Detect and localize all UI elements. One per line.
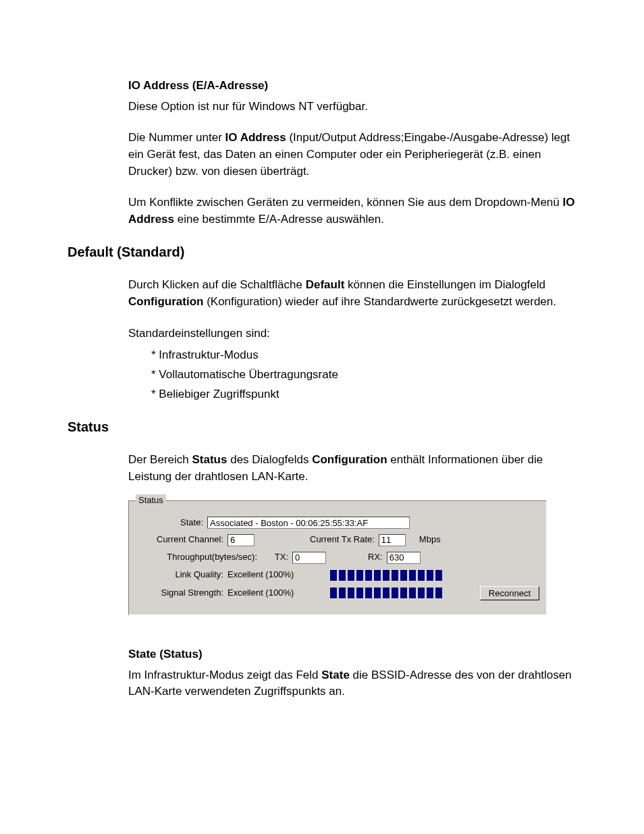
link-quality-meter	[330, 570, 442, 581]
current-tx-rate-field[interactable]	[379, 534, 406, 546]
current-channel-label: Current Channel:	[136, 533, 223, 546]
text: Durch Klicken auf die Schaltfläche	[128, 278, 306, 291]
signal-strength-row: Signal Strength: Excellent (100%) Reconn…	[136, 586, 539, 600]
signal-strength-meter	[330, 588, 442, 598]
text: (Konfiguration) wieder auf ihre Standard…	[203, 295, 556, 308]
state-desc-section: State (Status) Im Infrastruktur-Modus ze…	[128, 646, 576, 700]
state-label: State:	[136, 517, 203, 529]
default-bold: Default	[306, 278, 345, 291]
link-quality-label: Link Quality:	[136, 569, 223, 581]
io-address-section: IO Address (E/A-Adresse) Diese Option is…	[128, 78, 576, 228]
text: Der Bereich	[128, 453, 192, 466]
state-desc-p1: Im Infrastruktur-Modus zeigt das Feld St…	[128, 667, 576, 700]
configuration-bold: Configuration	[312, 453, 387, 466]
current-tx-rate-label: Current Tx Rate:	[310, 533, 375, 546]
rx-label: RX:	[368, 551, 383, 564]
bullet-item: * Vollautomatische Übertragungsrate	[151, 367, 576, 384]
default-p1: Durch Klicken auf die Schaltfläche Defau…	[128, 277, 576, 310]
status-intro: Der Bereich Status des Dialogfelds Confi…	[128, 452, 576, 485]
tx-label: TX:	[261, 551, 288, 564]
status-bold: Status	[192, 453, 227, 466]
signal-strength-value: Excellent (100%)	[227, 587, 302, 600]
tx-field[interactable]	[292, 552, 326, 564]
default-bullets: * Infrastruktur-Modus * Vollautomatische…	[128, 347, 576, 402]
status-section: Der Bereich Status des Dialogfelds Confi…	[128, 452, 576, 485]
link-quality-row: Link Quality: Excellent (100%)	[136, 569, 539, 581]
state-bold: State	[321, 669, 350, 681]
text: Die Nummer unter	[128, 131, 225, 144]
text: können die Einstellungen im Dialogfeld	[344, 278, 545, 291]
default-heading: Default (Standard)	[68, 242, 576, 262]
io-address-p3: Um Konflikte zwischen Geräten zu vermeid…	[128, 194, 576, 228]
text: eine bestimmte E/A-Adresse auswählen.	[174, 213, 384, 226]
bullet-item: * Beliebiger Zugriffspunkt	[151, 386, 576, 403]
io-address-p2: Die Nummer unter IO Address (Input/Outpu…	[128, 130, 576, 180]
throughput-label: Throughput(bytes/sec):	[136, 551, 257, 564]
io-address-title: IO Address (E/A-Adresse)	[128, 78, 576, 95]
text: des Dialogfelds	[227, 453, 312, 466]
mbps-label: Mbps	[419, 533, 441, 546]
reconnect-button[interactable]: Reconnect	[480, 586, 539, 600]
status-groupbox: Status State: Current Channel: Current T…	[128, 500, 547, 615]
signal-strength-label: Signal Strength:	[136, 587, 223, 600]
io-address-p1: Diese Option ist nur für Windows NT verf…	[128, 99, 576, 115]
document-page: IO Address (E/A-Adresse) Diese Option is…	[0, 0, 644, 834]
throughput-row: Throughput(bytes/sec): TX: RX:	[136, 551, 539, 564]
current-channel-field[interactable]	[227, 534, 254, 546]
configuration-bold: Configuration	[128, 295, 203, 308]
default-section: Durch Klicken auf die Schaltfläche Defau…	[128, 277, 576, 402]
state-desc-title: State (Status)	[128, 646, 576, 663]
link-quality-value: Excellent (100%)	[227, 569, 302, 581]
bullet-item: * Infrastruktur-Modus	[151, 347, 576, 364]
text: Um Konflikte zwischen Geräten zu vermeid…	[128, 196, 563, 209]
state-field[interactable]	[207, 517, 410, 529]
rx-field[interactable]	[387, 552, 421, 564]
status-legend: Status	[136, 494, 166, 507]
io-address-bold: IO Address	[225, 131, 286, 144]
text: Im Infrastruktur-Modus zeigt das Feld	[128, 669, 321, 681]
state-row: State:	[136, 517, 539, 529]
status-heading: Status	[68, 417, 576, 437]
channel-txrate-row: Current Channel: Current Tx Rate: Mbps	[136, 533, 539, 546]
default-p2: Standardeinstellungen sind:	[128, 325, 576, 342]
